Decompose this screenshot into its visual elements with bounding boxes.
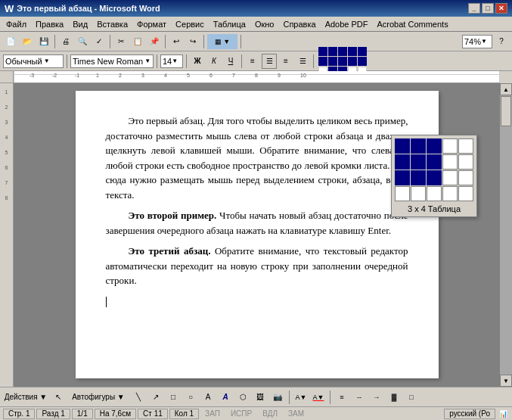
- scroll-down-button[interactable]: ▼: [500, 375, 512, 387]
- grid-cell-3-2[interactable]: [411, 170, 426, 185]
- menu-edit[interactable]: Правка: [31, 18, 68, 30]
- cursor-line[interactable]: [106, 294, 408, 310]
- paste-button[interactable]: 📌: [147, 34, 162, 49]
- grid-cell-4-4[interactable]: [442, 186, 458, 201]
- line-tool[interactable]: ╲: [131, 390, 146, 405]
- grid-cell-2-1[interactable]: [395, 154, 410, 170]
- grid-cell-1-3[interactable]: [427, 138, 442, 154]
- grid-cell-2-5[interactable]: [458, 154, 473, 170]
- ruler-mark: -1: [75, 73, 79, 78]
- arrow-style-button[interactable]: →: [369, 390, 384, 405]
- size-dropdown-icon[interactable]: ▼: [172, 58, 178, 64]
- close-button[interactable]: ✕: [495, 3, 507, 14]
- ruler-mark: 1: [96, 73, 99, 78]
- size-combo[interactable]: 14 ▼: [160, 54, 183, 68]
- image-tool[interactable]: 📷: [270, 390, 285, 405]
- vruler-mark: 4: [0, 135, 13, 150]
- window-title: Это первый абзац - Microsoft Word: [17, 4, 160, 13]
- align-right-button[interactable]: ≡: [278, 54, 293, 69]
- grid-cell-1-4[interactable]: [442, 138, 458, 154]
- vertical-scrollbar[interactable]: ▲ ▼: [500, 83, 512, 387]
- wordart-tool[interactable]: A: [218, 390, 233, 405]
- grid-cell-3-3[interactable]: [427, 170, 442, 185]
- undo-button[interactable]: ↩: [169, 34, 184, 49]
- grid-cell-3-5[interactable]: [458, 170, 473, 185]
- grid-cell-1-1[interactable]: [395, 138, 410, 154]
- align-left-button[interactable]: ≡: [245, 54, 260, 69]
- grid-cell-3-1[interactable]: [395, 170, 410, 185]
- select-pointer[interactable]: ↖: [51, 390, 66, 405]
- separator-f4: [241, 54, 242, 68]
- menu-acrobat[interactable]: Acrobat Comments: [373, 18, 453, 30]
- textbox-tool[interactable]: A: [200, 390, 216, 405]
- scroll-up-button[interactable]: ▲: [500, 83, 512, 95]
- grid-cell-2-3[interactable]: [427, 154, 442, 170]
- bold-button[interactable]: Ж: [190, 54, 205, 69]
- spellcheck-button[interactable]: ✓: [92, 34, 107, 49]
- dash-style-button[interactable]: --: [352, 390, 367, 405]
- font-combo[interactable]: Times New Roman ▼: [70, 54, 154, 68]
- status-page: Стр. 1: [3, 409, 35, 419]
- zoom-combo[interactable]: 74% ▼: [462, 35, 492, 48]
- zoom-dropdown-icon[interactable]: ▼: [481, 38, 487, 45]
- new-button[interactable]: 📄: [3, 34, 18, 49]
- scroll-thumb[interactable]: [501, 96, 511, 126]
- menu-file[interactable]: Файл: [2, 18, 31, 30]
- font-dropdown-icon[interactable]: ▼: [144, 58, 150, 64]
- underline-button[interactable]: Ч: [223, 54, 238, 69]
- table-insert-button[interactable]: ▦ ▼: [207, 34, 237, 49]
- minimize-button[interactable]: _: [468, 3, 480, 14]
- redo-button[interactable]: ↪: [185, 34, 200, 49]
- style-combo[interactable]: Обычный ▼: [3, 54, 64, 68]
- actions-dropdown[interactable]: Действия ▼: [3, 390, 48, 405]
- grid-cell-4-5[interactable]: [458, 186, 473, 201]
- scroll-track[interactable]: [500, 95, 512, 375]
- fill-color-button[interactable]: A▼: [293, 390, 309, 405]
- document-scroll-area[interactable]: 3 x 4 Таблица Это первый абзац. Для того…: [14, 83, 500, 387]
- status-zap: ЗАП: [200, 409, 225, 419]
- autoshapes-dropdown[interactable]: Автофигуры ▼: [68, 390, 129, 405]
- menu-insert[interactable]: Вставка: [92, 18, 132, 30]
- help-button[interactable]: ?: [494, 34, 509, 49]
- document-content[interactable]: Это первый абзац. Для того чтобы выделит…: [106, 114, 408, 309]
- rect-tool[interactable]: □: [166, 390, 181, 405]
- menu-adobe[interactable]: Adobe PDF: [321, 18, 373, 30]
- autoshapes-label: Автофигуры ▼: [72, 393, 125, 401]
- grid-cell-3-4[interactable]: [442, 170, 458, 185]
- style-dropdown-icon[interactable]: ▼: [44, 58, 50, 64]
- shadow-button[interactable]: ▓: [386, 390, 402, 405]
- line-color-button[interactable]: A▼: [311, 390, 326, 405]
- grid-cell-2-4[interactable]: [442, 154, 458, 170]
- open-button[interactable]: 📂: [20, 34, 35, 49]
- menu-table[interactable]: Таблица: [209, 18, 250, 30]
- preview-button[interactable]: 🔍: [75, 34, 90, 49]
- grid-cell-1-2[interactable]: [411, 138, 426, 154]
- italic-button[interactable]: К: [206, 54, 222, 69]
- table-grid[interactable]: [395, 138, 473, 201]
- menu-tools[interactable]: Сервис: [171, 18, 209, 30]
- line-style-button[interactable]: ≡: [334, 390, 349, 405]
- 3d-button[interactable]: □: [404, 390, 419, 405]
- menu-help[interactable]: Справка: [278, 18, 320, 30]
- print-button[interactable]: 🖨: [58, 34, 73, 49]
- menu-format[interactable]: Формат: [132, 18, 171, 30]
- menu-window[interactable]: Окно: [250, 18, 279, 30]
- clipart-tool[interactable]: 🖼: [253, 390, 268, 405]
- copy-button[interactable]: 📋: [130, 34, 145, 49]
- diagram-tool[interactable]: ⬡: [235, 390, 250, 405]
- grid-cell-2-2[interactable]: [411, 154, 426, 170]
- arrow-tool[interactable]: ↗: [148, 390, 163, 405]
- align-justify-button[interactable]: ☰: [295, 54, 310, 69]
- grid-cell-4-3[interactable]: [427, 186, 442, 201]
- grid-cell-4-1[interactable]: [395, 186, 410, 201]
- grid-cell-1-5[interactable]: [458, 138, 473, 154]
- title-bar-controls[interactable]: _ □ ✕: [468, 3, 507, 14]
- cut-button[interactable]: ✂: [113, 34, 129, 49]
- maximize-button[interactable]: □: [482, 3, 494, 14]
- align-center-button[interactable]: ☰: [262, 54, 277, 69]
- save-button[interactable]: 💾: [36, 34, 51, 49]
- menu-view[interactable]: Вид: [68, 18, 92, 30]
- grid-cell-4-2[interactable]: [411, 186, 426, 201]
- oval-tool[interactable]: ○: [183, 390, 198, 405]
- ruler-mark: -2: [52, 73, 57, 78]
